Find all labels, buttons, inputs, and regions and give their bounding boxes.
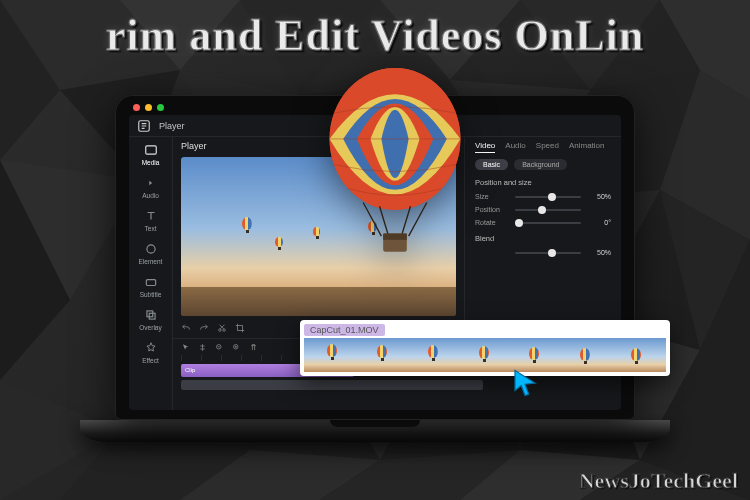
tab-animation[interactable]: Animation xyxy=(569,141,605,153)
balloon-small-icon xyxy=(368,221,377,232)
slider-value: 0° xyxy=(587,219,611,226)
editor-topbar: Player xyxy=(129,115,621,137)
undo-icon[interactable] xyxy=(181,323,191,333)
section-position-size: Position and size xyxy=(475,178,611,187)
tool-overlay[interactable]: Overlay xyxy=(136,308,166,331)
tool-label: Subtitle xyxy=(140,291,162,298)
tool-media[interactable]: Media xyxy=(136,143,166,166)
tool-audio[interactable]: Audio xyxy=(136,176,166,199)
pointer-icon[interactable] xyxy=(181,343,190,352)
svg-point-34 xyxy=(146,245,154,253)
element-icon xyxy=(144,242,158,256)
split-icon[interactable] xyxy=(198,343,207,352)
slider-label: Size xyxy=(475,193,509,200)
zoomin-icon[interactable] xyxy=(232,343,241,352)
filmstrip-frame[interactable] xyxy=(614,338,666,372)
text-icon xyxy=(144,209,158,223)
slider-knob-icon[interactable] xyxy=(548,193,556,201)
tool-label: Media xyxy=(142,159,160,166)
svg-point-39 xyxy=(223,329,226,332)
close-dot-icon[interactable] xyxy=(133,104,140,111)
player-label: Player xyxy=(159,121,185,131)
balloon-small-icon xyxy=(313,227,320,236)
crop-icon[interactable] xyxy=(235,323,245,333)
preview-canvas[interactable] xyxy=(181,157,456,316)
subtitle-icon xyxy=(144,275,158,289)
filmstrip-frames[interactable] xyxy=(304,338,666,372)
left-tool-column: Media Audio Text Element Subtitle xyxy=(129,137,173,410)
slider-track[interactable] xyxy=(515,209,581,211)
app-logo-icon xyxy=(137,119,151,133)
filmstrip-frame[interactable] xyxy=(563,338,615,372)
player-panel: Player xyxy=(173,137,465,338)
filmstrip-popout: CapCut_01.MOV xyxy=(300,320,670,376)
tab-video[interactable]: Video xyxy=(475,141,495,153)
audio-icon xyxy=(144,176,158,190)
properties-tabs: Video Audio Speed Animation xyxy=(475,141,611,153)
player-heading: Player xyxy=(173,137,464,155)
effect-icon xyxy=(144,341,158,355)
tool-label: Effect xyxy=(142,357,159,364)
slider-size[interactable]: Size 50% xyxy=(475,193,611,200)
svg-point-38 xyxy=(219,329,222,332)
headline-text: rim and Edit Videos OnLin xyxy=(0,10,750,61)
tab-audio[interactable]: Audio xyxy=(505,141,525,153)
slider-rotate[interactable]: Rotate 0° xyxy=(475,219,611,226)
maximize-dot-icon[interactable] xyxy=(157,104,164,111)
subtab-row: Basic Background xyxy=(475,159,611,170)
tab-speed[interactable]: Speed xyxy=(536,141,559,153)
tool-element[interactable]: Element xyxy=(136,242,166,265)
preview-ground xyxy=(181,287,456,316)
balloon-small-icon xyxy=(275,237,283,247)
filmstrip-frame[interactable] xyxy=(304,338,356,372)
media-icon xyxy=(144,143,158,157)
cut-icon[interactable] xyxy=(217,323,227,333)
balloon-small-icon xyxy=(242,217,252,230)
timeline-clip-secondary[interactable] xyxy=(181,380,483,390)
filmstrip-frame[interactable] xyxy=(407,338,459,372)
minimize-dot-icon[interactable] xyxy=(145,104,152,111)
tool-text[interactable]: Text xyxy=(136,209,166,232)
filmstrip-frame[interactable] xyxy=(356,338,408,372)
laptop-mockup: Player Media Audio Text Element xyxy=(80,95,670,442)
filmstrip-frame[interactable] xyxy=(459,338,511,372)
zoomout-icon[interactable] xyxy=(215,343,224,352)
tool-effect[interactable]: Effect xyxy=(136,341,166,364)
overlay-icon xyxy=(144,308,158,322)
slider-knob-icon[interactable] xyxy=(548,249,556,257)
svg-rect-33 xyxy=(145,146,156,154)
tool-label: Text xyxy=(145,225,157,232)
slider-label: Position xyxy=(475,206,509,213)
clip-filename-badge: CapCut_01.MOV xyxy=(304,324,385,336)
site-watermark: NewsJoTechGeel xyxy=(579,468,738,494)
section-blend: Blend xyxy=(475,234,611,243)
subtab-basic[interactable]: Basic xyxy=(475,159,508,170)
slider-track[interactable] xyxy=(515,252,581,254)
tool-label: Element xyxy=(139,258,163,265)
balloon-small-icon xyxy=(401,240,407,248)
subtab-background[interactable]: Background xyxy=(514,159,567,170)
tool-label: Overlay xyxy=(139,324,161,331)
slider-value: 50% xyxy=(587,249,611,256)
tool-label: Audio xyxy=(142,192,159,199)
slider-blend[interactable]: 50% xyxy=(475,249,611,256)
laptop-base xyxy=(80,420,670,442)
trackpad-notch xyxy=(330,420,420,427)
slider-track[interactable] xyxy=(515,222,581,224)
properties-panel: Video Audio Speed Animation Basic Backgr… xyxy=(465,137,621,338)
tool-subtitle[interactable]: Subtitle xyxy=(136,275,166,298)
filmstrip-frame[interactable] xyxy=(511,338,563,372)
trash-icon[interactable] xyxy=(249,343,258,352)
slider-knob-icon[interactable] xyxy=(515,219,523,227)
svg-rect-35 xyxy=(146,280,155,286)
slider-label: Rotate xyxy=(475,219,509,226)
slider-track[interactable] xyxy=(515,196,581,198)
slider-knob-icon[interactable] xyxy=(538,206,546,214)
window-traffic-lights xyxy=(133,104,164,111)
redo-icon[interactable] xyxy=(199,323,209,333)
slider-position[interactable]: Position xyxy=(475,206,611,213)
slider-value: 50% xyxy=(587,193,611,200)
